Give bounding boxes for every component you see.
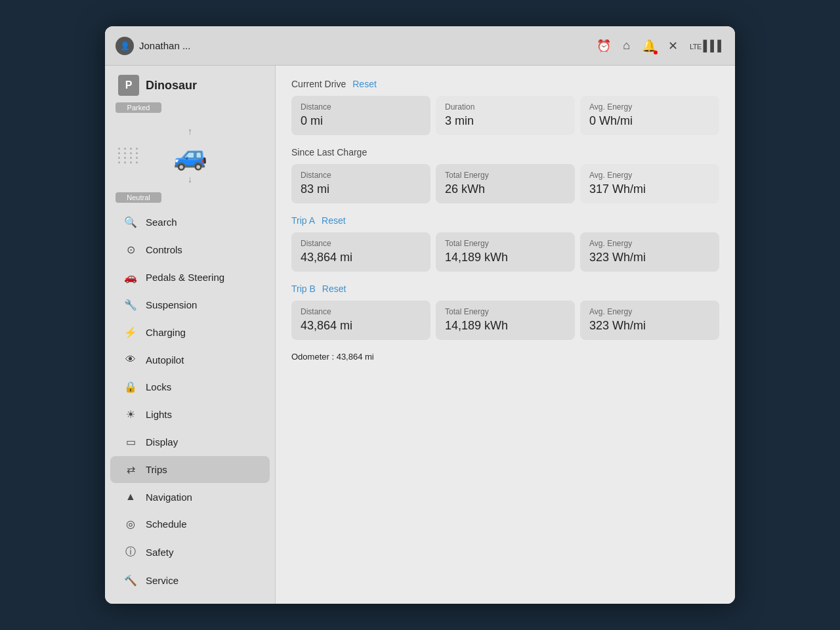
sidebar-item-software[interactable]: ↓ Software: [110, 595, 270, 604]
trip-b-total-energy-value: 14,189 kWh: [445, 319, 566, 333]
trips-icon: ⇄: [123, 463, 138, 476]
sidebar-label-search: Search: [146, 217, 177, 228]
slc-avg-energy-value: 317 Wh/mi: [589, 182, 710, 196]
trip-b-distance-card: Distance 43,864 mi: [291, 301, 430, 340]
sidebar-label-schedule: Schedule: [146, 518, 187, 530]
current-drive-distance-value: 0 mi: [301, 114, 421, 128]
trip-a-total-energy-label: Total Energy: [445, 239, 566, 248]
current-drive-avg-energy-value: 0 Wh/mi: [589, 114, 710, 128]
trip-b-avg-energy-label: Avg. Energy: [589, 307, 710, 316]
trip-b-stats: Distance 43,864 mi Total Energy 14,189 k…: [291, 301, 719, 340]
current-drive-duration-card: Duration 3 min: [436, 96, 575, 135]
slc-avg-energy-label: Avg. Energy: [589, 171, 710, 180]
down-arrow-icon: ↓: [188, 174, 192, 184]
sidebar-label-lights: Lights: [146, 409, 172, 420]
sidebar-item-service[interactable]: 🔨 Service: [110, 567, 270, 594]
trip-a-reset-button[interactable]: Reset: [322, 215, 346, 226]
sidebar-label-navigation: Navigation: [146, 492, 192, 503]
sidebar-item-locks[interactable]: 🔒 Locks: [110, 373, 270, 400]
current-drive-distance-label: Distance: [301, 102, 421, 112]
sidebar-item-pedals[interactable]: 🚗 Pedals & Steering: [110, 264, 270, 291]
dots-left: [118, 148, 139, 163]
sidebar: P Dinosaur Parked ↑ 🚙 ↓ Neutral: [105, 66, 276, 604]
odometer-label: Odometer :: [291, 352, 334, 362]
sidebar-label-charging: Charging: [146, 327, 186, 338]
slc-distance-value: 83 mi: [301, 182, 421, 196]
controls-icon: ⊙: [123, 243, 138, 256]
trip-a-avg-energy-card: Avg. Energy 323 Wh/mi: [580, 232, 719, 272]
trip-a-total-energy-value: 14,189 kWh: [445, 251, 566, 264]
slc-total-energy-card: Total Energy 26 kWh: [436, 164, 575, 203]
sidebar-item-trips[interactable]: ⇄ Trips: [110, 456, 270, 483]
autopilot-icon: 👁: [123, 354, 138, 366]
trip-b-header: Trip B Reset: [291, 284, 719, 294]
trip-a-stats: Distance 43,864 mi Total Energy 14,189 k…: [291, 232, 719, 272]
header: 👤 Jonathan ... ⏰ ⌂ 🔔 ✕ LTE ▌▌▌: [105, 26, 735, 66]
schedule-icon: ◎: [123, 518, 138, 530]
current-drive-distance-card: Distance 0 mi: [291, 96, 430, 135]
sidebar-item-autopilot[interactable]: 👁 Autopilot: [110, 346, 270, 373]
odometer: Odometer : 43,864 mi: [291, 352, 719, 362]
sidebar-label-software: Software: [146, 602, 184, 604]
header-icons: ⏰ ⌂ 🔔 ✕ LTE ▌▌▌: [597, 39, 724, 53]
bluetooth-icon[interactable]: ✕: [668, 39, 678, 53]
gear-p-badge: P: [118, 75, 139, 96]
current-drive-duration-label: Duration: [445, 102, 566, 112]
locks-icon: 🔒: [123, 381, 138, 393]
search-icon: 🔍: [123, 216, 138, 228]
safety-icon: ⓘ: [123, 545, 138, 559]
sidebar-label-safety: Safety: [146, 547, 174, 558]
since-last-charge-title: Since Last Charge: [291, 147, 367, 158]
sidebar-item-schedule[interactable]: ◎ Schedule: [110, 511, 270, 537]
trip-a-total-energy-card: Total Energy 14,189 kWh: [436, 232, 575, 272]
trip-a-distance-value: 43,864 mi: [301, 251, 421, 264]
main-screen: 👤 Jonathan ... ⏰ ⌂ 🔔 ✕ LTE ▌▌▌ P Dinosau…: [105, 26, 735, 604]
slc-total-energy-value: 26 kWh: [445, 182, 566, 196]
notification-dot: [654, 51, 658, 54]
sidebar-label-autopilot: Autopilot: [146, 354, 184, 366]
since-last-charge-stats: Distance 83 mi Total Energy 26 kWh Avg. …: [291, 164, 719, 203]
sidebar-label-pedals: Pedals & Steering: [146, 272, 224, 283]
header-left: 👤 Jonathan ...: [116, 37, 597, 55]
trip-b-total-energy-label: Total Energy: [445, 307, 566, 316]
sidebar-label-suspension: Suspension: [146, 299, 197, 310]
user-name: Jonathan ...: [139, 40, 190, 51]
car-name: Dinosaur: [146, 79, 197, 93]
current-drive-reset-button[interactable]: Reset: [352, 79, 377, 89]
sidebar-item-search[interactable]: 🔍 Search: [110, 209, 270, 236]
trip-b-avg-energy-card: Avg. Energy 323 Wh/mi: [580, 301, 719, 340]
sidebar-item-suspension[interactable]: 🔧 Suspension: [110, 291, 270, 318]
home-icon[interactable]: ⌂: [623, 39, 630, 52]
up-arrow-icon: ↑: [188, 126, 192, 136]
neutral-badge: Neutral: [116, 192, 161, 203]
pedals-icon: 🚗: [123, 271, 138, 284]
trip-b-avg-energy-value: 323 Wh/mi: [589, 319, 710, 333]
sidebar-item-display[interactable]: ▭ Display: [110, 429, 270, 455]
alarm-icon[interactable]: ⏰: [597, 39, 611, 53]
current-drive-avg-energy-card: Avg. Energy 0 Wh/mi: [580, 96, 719, 135]
slc-distance-label: Distance: [301, 171, 421, 180]
sidebar-item-lights[interactable]: ☀ Lights: [110, 401, 270, 428]
bell-icon[interactable]: 🔔: [642, 39, 656, 53]
main-layout: P Dinosaur Parked ↑ 🚙 ↓ Neutral: [105, 66, 735, 604]
sidebar-item-controls[interactable]: ⊙ Controls: [110, 236, 270, 263]
sidebar-item-charging[interactable]: ⚡ Charging: [110, 319, 270, 346]
charging-icon: ⚡: [123, 326, 138, 339]
trip-a-distance-label: Distance: [301, 239, 421, 248]
slc-distance-card: Distance 83 mi: [291, 164, 430, 203]
sidebar-label-service: Service: [146, 575, 178, 586]
trip-b-reset-button[interactable]: Reset: [322, 284, 346, 294]
car-icon-area: ↑ 🚙 ↓: [105, 118, 275, 190]
current-drive-title: Current Drive: [291, 79, 346, 89]
sidebar-label-controls: Controls: [146, 244, 182, 255]
software-icon: ↓: [123, 602, 138, 604]
trip-a-title: Trip A: [291, 215, 315, 226]
sidebar-menu: 🔍 Search ⊙ Controls 🚗 Pedals & Steering …: [105, 205, 275, 604]
suspension-icon: 🔧: [123, 299, 138, 311]
content-panel: Current Drive Reset Distance 0 mi Durati…: [276, 66, 735, 604]
sidebar-label-display: Display: [146, 436, 178, 448]
sidebar-label-locks: Locks: [146, 381, 171, 392]
trip-b-distance-value: 43,864 mi: [301, 319, 421, 333]
sidebar-item-navigation[interactable]: ▲ Navigation: [110, 484, 270, 510]
sidebar-item-safety[interactable]: ⓘ Safety: [110, 538, 270, 566]
